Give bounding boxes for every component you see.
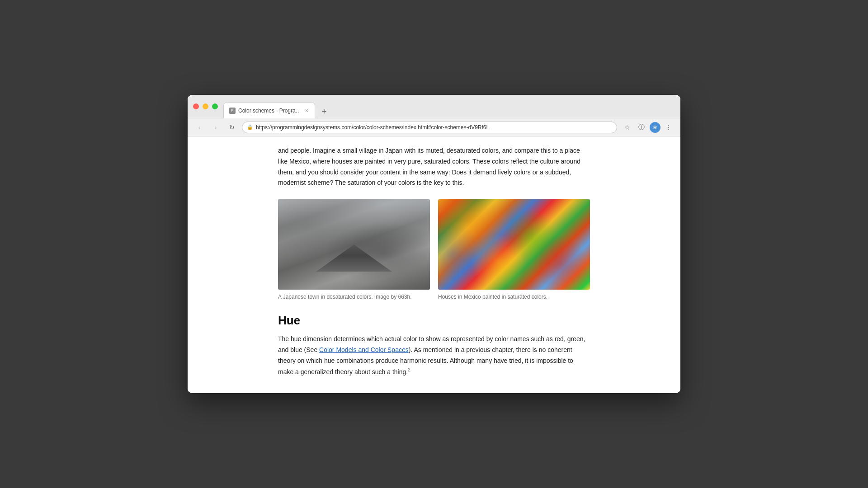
bookmark-button[interactable]: ☆ (621, 121, 633, 134)
intro-paragraph: and people. Imagine a small village in J… (278, 145, 590, 188)
content-inner: and people. Imagine a small village in J… (269, 136, 599, 387)
title-bar: P Color schemes - Programmin... × + (188, 95, 680, 118)
hue-heading: Hue (278, 314, 590, 328)
color-models-link[interactable]: Color Models and Color Spaces (319, 346, 409, 353)
traffic-lights (193, 103, 218, 109)
back-button[interactable]: ‹ (193, 121, 206, 134)
japan-image-block: A Japanese town in desaturated colors. I… (278, 199, 430, 301)
tab-label: Color schemes - Programmin... (238, 108, 302, 114)
nav-bar: ‹ › ↻ 🔒 https://programmingdesignsystems… (188, 118, 680, 136)
close-button[interactable] (193, 103, 199, 109)
hue-paragraph: The hue dimension determines which actua… (278, 334, 590, 378)
maximize-button[interactable] (212, 103, 218, 109)
avatar-button[interactable]: R (650, 122, 660, 133)
mexico-image (438, 199, 590, 290)
new-tab-button[interactable]: + (318, 105, 330, 118)
nav-actions: ☆ ⓘ R ⋮ (621, 121, 675, 134)
footnote-2: 2 (408, 367, 410, 372)
active-tab[interactable]: P Color schemes - Programmin... × (223, 102, 315, 118)
forward-button[interactable]: › (209, 121, 222, 134)
address-bar[interactable]: 🔒 https://programmingdesignsystems.com/c… (242, 122, 617, 133)
url-text: https://programmingdesignsystems.com/col… (256, 124, 612, 131)
mexico-image-block: Houses in Mexico painted in saturated co… (438, 199, 590, 301)
refresh-button[interactable]: ↻ (226, 121, 238, 134)
japan-caption: A Japanese town in desaturated colors. I… (278, 293, 430, 301)
images-row: A Japanese town in desaturated colors. I… (278, 199, 590, 301)
japan-image (278, 199, 430, 290)
mexico-caption: Houses in Mexico painted in saturated co… (438, 293, 590, 301)
lock-icon: 🔒 (247, 124, 253, 130)
browser-window: P Color schemes - Programmin... × + ‹ › … (188, 95, 680, 393)
page-content[interactable]: and people. Imagine a small village in J… (188, 136, 680, 393)
tab-favicon: P (229, 108, 236, 114)
tabs-area: P Color schemes - Programmin... × + (223, 95, 675, 118)
tab-close-button[interactable]: × (304, 107, 309, 115)
menu-button[interactable]: ⋮ (662, 121, 675, 134)
info-button[interactable]: ⓘ (635, 121, 648, 134)
minimize-button[interactable] (203, 103, 208, 109)
